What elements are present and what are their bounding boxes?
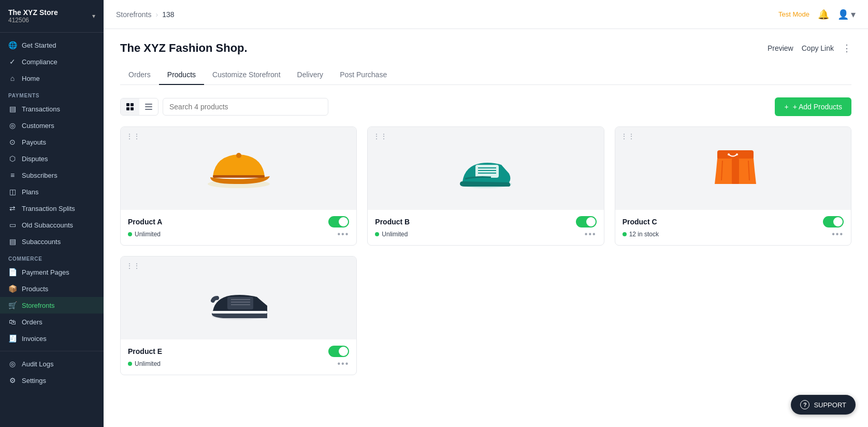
globe-icon: 🌐	[8, 41, 17, 49]
sidebar-item-audit-logs[interactable]: ◎ Audit Logs	[0, 355, 104, 372]
drag-handle-b[interactable]: ⋮⋮	[373, 132, 387, 140]
support-label: SUPPORT	[814, 401, 846, 409]
sidebar-item-subaccounts[interactable]: ▤ Subaccounts	[0, 233, 104, 250]
sidebar-item-subscribers[interactable]: ≡ Subscribers	[0, 167, 104, 183]
sidebar-item-settings[interactable]: ⚙ Settings	[0, 372, 104, 389]
home-icon: ⌂	[8, 74, 17, 82]
notification-bell-icon[interactable]: 🔔	[818, 9, 829, 20]
product-e-more-icon[interactable]: •••	[338, 359, 350, 368]
breadcrumb-parent[interactable]: Storefronts	[116, 10, 151, 19]
more-options-icon[interactable]: ⋮	[842, 42, 851, 54]
product-c-stock: 12 in stock	[623, 231, 659, 238]
page-header: The XYZ Fashion Shop. Preview Copy Link …	[120, 41, 851, 55]
add-products-button[interactable]: + + Add Products	[775, 97, 851, 116]
grid-view-button[interactable]	[121, 98, 139, 115]
sidebar-item-transactions[interactable]: ▤ Transactions	[0, 101, 104, 117]
sidebar-item-compliance[interactable]: ✓ Compliance	[0, 53, 104, 70]
sidebar-label-transaction-splits: Transaction Splits	[22, 205, 75, 212]
product-b-meta: Unlimited •••	[375, 230, 596, 239]
tab-post-purchase[interactable]: Post Purchase	[331, 65, 395, 85]
product-a-meta: Unlimited •••	[128, 230, 349, 239]
sidebar-item-customers[interactable]: ◎ Customers	[0, 117, 104, 134]
product-e-toggle[interactable]	[328, 346, 349, 357]
tab-orders[interactable]: Orders	[120, 65, 159, 85]
drag-handle-c[interactable]: ⋮⋮	[620, 132, 635, 140]
copy-link-button[interactable]: Copy Link	[802, 44, 834, 52]
settings-icon: ⚙	[8, 376, 17, 385]
product-b-stock-label: Unlimited	[382, 231, 408, 238]
add-products-label: + Add Products	[793, 103, 842, 111]
main-area: Storefronts › 138 Test Mode 🔔 👤 ▾ The XY…	[104, 0, 868, 427]
tab-products[interactable]: Products	[159, 65, 204, 85]
sidebar-item-home[interactable]: ⌂ Home	[0, 70, 104, 87]
stock-dot-b	[375, 232, 379, 236]
product-a-image	[121, 127, 356, 210]
breadcrumb-current: 138	[162, 10, 174, 19]
product-a-stock-label: Unlimited	[135, 231, 161, 238]
sidebar-label-customers: Customers	[22, 122, 54, 130]
product-b-toggle[interactable]	[576, 216, 597, 227]
sneaker-black-image	[202, 264, 275, 332]
disputes-icon: ⬡	[8, 154, 17, 163]
sidebar-label-storefronts: Storefronts	[22, 302, 55, 309]
product-a-more-icon[interactable]: •••	[338, 230, 350, 239]
sidebar-item-get-started[interactable]: 🌐 Get Started	[0, 37, 104, 53]
sidebar-item-old-subaccounts[interactable]: ▭ Old Subaccounts	[0, 217, 104, 233]
svg-rect-3	[131, 107, 134, 110]
sidebar-item-products[interactable]: 📦 Products	[0, 280, 104, 297]
view-toggle	[120, 98, 158, 116]
product-c-more-icon[interactable]: •••	[832, 230, 844, 239]
drag-handle-a[interactable]: ⋮⋮	[126, 132, 140, 140]
product-c-body: Product C 12 in stock •••	[615, 210, 851, 245]
products-icon: 📦	[8, 284, 17, 293]
product-e-stock-label: Unlimited	[135, 360, 161, 367]
sidebar-item-orders[interactable]: 🛍 Orders	[0, 314, 104, 330]
product-b-stock: Unlimited	[375, 231, 408, 238]
svg-point-16	[728, 153, 730, 155]
product-c-meta: 12 in stock •••	[623, 230, 844, 239]
product-a-stock: Unlimited	[128, 231, 161, 238]
drag-handle-e[interactable]: ⋮⋮	[126, 262, 140, 270]
preview-button[interactable]: Preview	[768, 44, 793, 52]
sidebar-item-storefronts[interactable]: 🛒 Storefronts	[0, 297, 104, 314]
grid-icon	[126, 103, 134, 111]
tab-delivery[interactable]: Delivery	[289, 65, 332, 85]
sidebar-label-subscribers: Subscribers	[22, 172, 57, 179]
customers-icon: ◎	[8, 121, 17, 130]
product-card-e: ⋮⋮ Product E Unlimited •••	[120, 256, 357, 375]
product-a-toggle[interactable]	[328, 216, 349, 227]
user-menu[interactable]: 👤 ▾	[837, 9, 856, 20]
support-button[interactable]: ? SUPPORT	[791, 395, 856, 415]
sidebar-item-invoices[interactable]: 🧾 Invoices	[0, 330, 104, 347]
sidebar-label-settings: Settings	[22, 377, 46, 385]
content-area: The XYZ Fashion Shop. Preview Copy Link …	[104, 29, 868, 427]
splits-icon: ⇄	[8, 204, 17, 212]
sidebar-item-disputes[interactable]: ⬡ Disputes	[0, 150, 104, 167]
sneaker-teal-image	[450, 135, 522, 202]
svg-rect-11	[475, 165, 499, 178]
tab-customize-storefront[interactable]: Customize Storefront	[204, 65, 289, 85]
brand-name: The XYZ Store	[8, 8, 58, 17]
sidebar-label-audit-logs: Audit Logs	[22, 360, 53, 368]
product-e-name: Product E	[128, 347, 162, 355]
sidebar-item-payment-pages[interactable]: 📄 Payment Pages	[0, 264, 104, 280]
stock-dot-e	[128, 362, 132, 366]
svg-rect-0	[126, 103, 129, 106]
sidebar-item-payouts[interactable]: ⊙ Payouts	[0, 134, 104, 150]
sidebar-label-disputes: Disputes	[22, 155, 48, 163]
old-subaccounts-icon: ▭	[8, 221, 17, 229]
brand-selector[interactable]: The XYZ Store 412506 ▾	[0, 0, 104, 33]
sidebar-item-plans[interactable]: ◫ Plans	[0, 183, 104, 200]
product-a-name: Product A	[128, 218, 162, 226]
brand-id: 412506	[8, 17, 58, 24]
transactions-icon: ▤	[8, 105, 17, 113]
product-b-more-icon[interactable]: •••	[585, 230, 597, 239]
product-b-image	[368, 127, 603, 210]
sidebar-label-plans: Plans	[22, 188, 39, 196]
stock-dot-a	[128, 232, 132, 236]
list-view-button[interactable]	[139, 98, 158, 115]
product-c-toggle[interactable]	[823, 216, 844, 227]
search-input[interactable]	[163, 98, 328, 116]
sidebar-item-transaction-splits[interactable]: ⇄ Transaction Splits	[0, 200, 104, 217]
cap-image	[202, 135, 275, 202]
